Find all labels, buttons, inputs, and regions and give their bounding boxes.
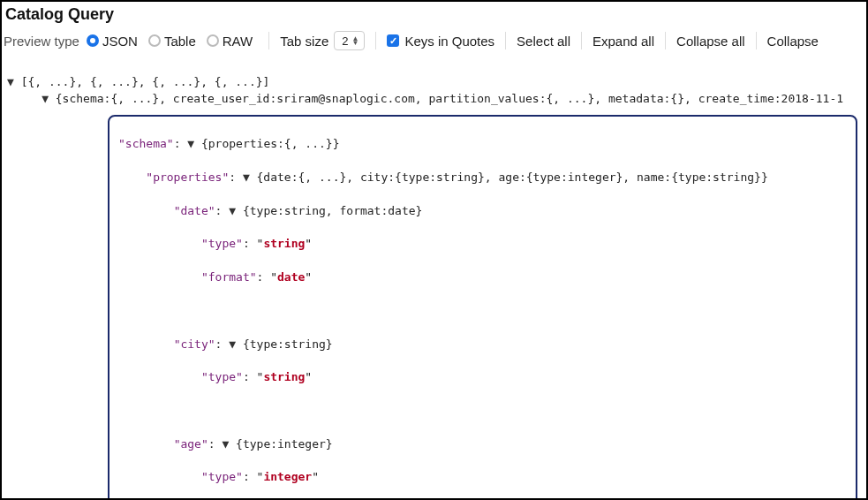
schema-summary: {properties:{, ...}} (201, 137, 340, 150)
collapse-truncated-button[interactable]: Collapse (767, 34, 819, 49)
array-summary: [{, ...}, {, ...}, {, ...}, {, ...}] (21, 75, 270, 88)
key-age: "age" (174, 437, 208, 451)
toggle-icon[interactable]: ▼ (7, 75, 21, 88)
toggle-icon[interactable]: ▼ (222, 437, 236, 451)
divider (375, 32, 376, 49)
keys-in-quotes-label: Keys in Quotes (404, 34, 494, 49)
value-age-type: integer (263, 470, 312, 483)
preview-table-label: Table (164, 34, 196, 49)
key-city: "city" (174, 337, 215, 351)
toggle-icon[interactable]: ▼ (243, 170, 257, 184)
divider (665, 32, 666, 49)
key-schema: "schema" (118, 137, 174, 150)
radio-icon (148, 34, 161, 47)
toggle-icon[interactable]: ▼ (187, 137, 201, 150)
tab-size-label: Tab size (280, 34, 328, 49)
toggle-icon[interactable]: ▼ (229, 204, 243, 217)
value-city-type: string (263, 370, 305, 383)
preview-table-radio[interactable]: Table (148, 34, 196, 49)
radio-icon (87, 34, 99, 47)
json-viewer[interactable]: ▼ [{, ...}, {, ...}, {, ...}, {, ...}] ▼… (2, 56, 866, 113)
divider (581, 32, 582, 49)
toggle-icon[interactable]: ▼ (229, 337, 243, 351)
select-all-button[interactable]: Select all (517, 34, 570, 49)
properties-summary: {date:{, ...}, city:{type:string}, age:{… (257, 170, 768, 184)
value-date-type: string (263, 237, 305, 250)
key-properties: "properties" (146, 170, 229, 184)
value-date-format: date (277, 270, 305, 284)
divider (756, 32, 757, 49)
tab-size-stepper[interactable]: 2 ▲▼ (334, 31, 365, 50)
page-title: Catalog Query (5, 5, 863, 24)
key-type: "type" (201, 470, 243, 483)
key-format: "format" (201, 270, 257, 284)
toggle-icon[interactable]: ▼ (42, 92, 56, 105)
key-type: "type" (201, 237, 243, 250)
preview-json-radio[interactable]: JSON (87, 34, 138, 49)
object-summary: {schema:{, ...}, create_user_id:sriram@s… (56, 92, 843, 105)
toolbar: Preview type JSON Table RAW Tab size 2 ▲… (2, 26, 866, 56)
divider (505, 32, 506, 49)
preview-json-label: JSON (102, 34, 138, 49)
expand-all-button[interactable]: Expand all (593, 34, 654, 49)
collapse-all-button[interactable]: Collapse all (676, 34, 745, 49)
preview-raw-radio[interactable]: RAW (207, 34, 253, 49)
keys-in-quotes-checkbox[interactable]: ✓ Keys in Quotes (387, 34, 494, 49)
tab-size-value: 2 (342, 34, 348, 48)
key-type: "type" (201, 370, 243, 383)
preview-raw-label: RAW (223, 34, 253, 49)
stepper-arrows-icon: ▲▼ (351, 36, 359, 45)
key-date: "date" (174, 204, 215, 217)
age-summary: {type:integer} (236, 437, 333, 451)
checkbox-icon: ✓ (387, 34, 399, 47)
date-summary: {type:string, format:date} (243, 204, 423, 217)
radio-icon (207, 34, 219, 47)
preview-type-label: Preview type (4, 34, 79, 49)
city-summary: {type:string} (243, 337, 333, 351)
schema-highlight-box: "schema": ▼ {properties:{, ...}} "proper… (108, 115, 857, 500)
divider (268, 32, 269, 49)
